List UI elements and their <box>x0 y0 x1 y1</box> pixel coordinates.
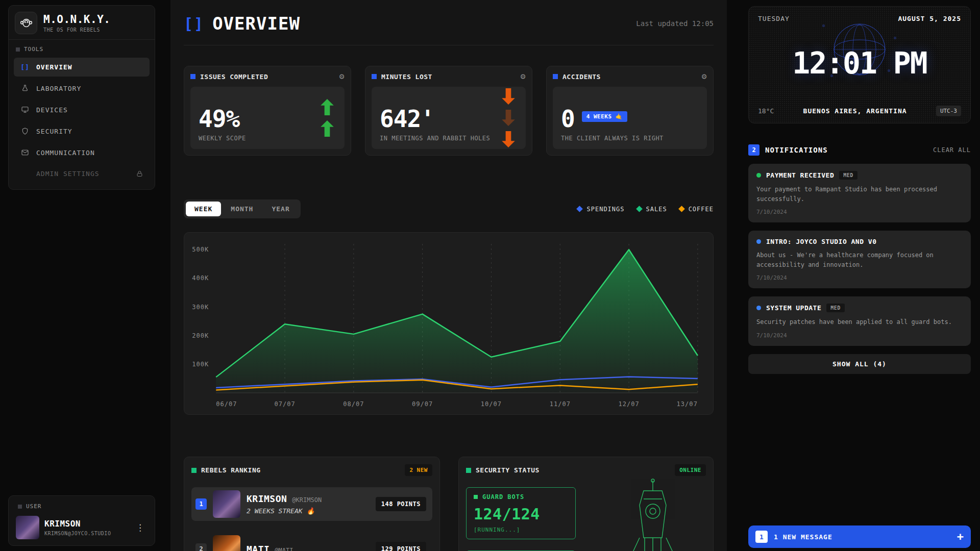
svg-text:12/07: 12/07 <box>618 400 639 408</box>
user-name: KRIMSON <box>44 519 111 529</box>
security-status-card: SECURITY STATUS ONLINE GUARD BOTS 124/12… <box>458 457 714 551</box>
clear-all-button[interactable]: CLEAR ALL <box>933 146 971 154</box>
sidebar: M.O.N.K.Y. THE OS FOR REBELS TOOLS [] OV… <box>0 0 163 551</box>
legend-sales[interactable]: SALES <box>637 206 667 213</box>
robot-illustration <box>622 479 683 551</box>
square-bullet-icon <box>190 74 195 79</box>
ranking-user-info: MATI @MATI <box>247 544 293 551</box>
rank-number: 1 <box>195 498 207 510</box>
notification-date: 7/10/2024 <box>756 332 963 339</box>
sidebar-nav: [] OVERVIEW LABORATORY DEVICES <box>9 56 155 189</box>
message-count-badge: 1 <box>755 531 768 543</box>
rank-user-name: KRIMSON <box>247 493 287 504</box>
plus-icon[interactable]: + <box>957 531 964 542</box>
rank-user-handle: @KRIMSON <box>292 496 322 504</box>
stat-body: 642' IN MEETINGS AND RABBIT HOLES <box>372 87 526 149</box>
new-count-badge: 2 NEW <box>405 464 432 476</box>
stat-card-accidents: ACCIDENTS ⚙ 0 4 WEEKS 🤙 THE CLIENT ALWAY… <box>546 66 714 156</box>
stat-subtitle: THE CLIENT ALWAYS IS RIGHT <box>561 135 699 142</box>
rank-number: 2 <box>195 543 207 551</box>
notifications-title: NOTIFICATIONS <box>765 146 828 154</box>
avatar <box>213 490 240 518</box>
tab-year[interactable]: YEAR <box>263 202 298 216</box>
sidebar-item-label: SECURITY <box>36 128 72 135</box>
sidebar-item-laboratory[interactable]: LABORATORY <box>14 79 150 98</box>
shield-icon <box>20 127 30 135</box>
main-panel: [] OVERVIEW Last updated 12:05 ISSUES CO… <box>170 0 727 551</box>
notification-title: SYSTEM UPDATE <box>766 304 821 312</box>
app-title: M.O.N.K.Y. <box>43 13 110 26</box>
chart-toolbar: WEEK MONTH YEAR SPENDINGS SALES COFFEE <box>184 199 714 218</box>
online-badge: ONLINE <box>675 464 706 476</box>
square-bullet-icon <box>191 468 197 473</box>
notification-body: Your payment to Rampant Studio has been … <box>756 185 963 204</box>
legend-coffee[interactable]: COFFEE <box>679 206 714 213</box>
sidebar-item-communication[interactable]: COMMUNICATION <box>14 143 150 162</box>
ranking-user-info: KRIMSON @KRIMSON 2 WEEKS STREAK 🔥 <box>247 493 322 515</box>
diamond-icon <box>577 206 583 212</box>
clock-card: TUESDAY AUGUST 5, 2025 12:01 PM 18°C BUE… <box>748 6 971 123</box>
app-subtitle: THE OS FOR REBELS <box>43 27 110 33</box>
lock-icon <box>136 170 143 178</box>
sidebar-item-devices[interactable]: DEVICES <box>14 100 150 119</box>
stat-value-row: 0 4 WEEKS 🤙 <box>561 107 699 131</box>
stat-subtitle: IN MEETINGS AND RABBIT HOLES <box>380 135 518 142</box>
page-title: OVERVIEW <box>212 13 300 34</box>
brackets-icon: [] <box>184 15 204 33</box>
ranking-title: REBELS RANKING <box>201 466 261 474</box>
diamond-icon <box>636 206 643 212</box>
notification-payment[interactable]: PAYMENT RECEIVED MED Your payment to Ram… <box>748 164 971 222</box>
section-square-icon <box>18 505 22 509</box>
points-badge: 129 POINTS <box>376 542 426 551</box>
bottom-row: REBELS RANKING 2 NEW 1 KRIMSON @KRIMSON … <box>184 457 714 551</box>
rank-streak: 2 WEEKS STREAK 🔥 <box>247 507 322 515</box>
app: M.O.N.K.Y. THE OS FOR REBELS TOOLS [] OV… <box>0 0 980 551</box>
ranking-row-1[interactable]: 1 KRIMSON @KRIMSON 2 WEEKS STREAK 🔥 148 … <box>191 487 432 521</box>
gear-icon[interactable]: ⚙ <box>339 72 345 81</box>
tab-month[interactable]: MONTH <box>222 202 262 216</box>
square-bullet-icon <box>553 74 558 79</box>
square-bullet-icon <box>372 74 377 79</box>
notification-body: About us - We're a healthcare company fo… <box>756 251 963 269</box>
notification-system-update[interactable]: SYSTEM UPDATE MED Security patches have … <box>748 296 971 346</box>
chart-range-tabs: WEEK MONTH YEAR <box>184 199 301 218</box>
svg-text:09/07: 09/07 <box>412 400 433 408</box>
utc-offset-badge: UTC-3 <box>936 106 961 116</box>
rank-user-name: MATI <box>247 544 270 551</box>
svg-text:400K: 400K <box>192 274 209 282</box>
user-menu-kebab-icon[interactable]: ⋮ <box>133 521 148 534</box>
priority-badge: MED <box>839 171 857 180</box>
right-panel: TUESDAY AUGUST 5, 2025 12:01 PM 18°C BUE… <box>727 0 980 551</box>
stat-card-minutes: MINUTES LOST ⚙ 642' IN MEETINGS AND RABB… <box>365 66 532 156</box>
mail-icon <box>20 148 30 157</box>
stat-title: MINUTES LOST <box>381 73 432 81</box>
notification-title: INTRO: JOYCO STUDIO AND V0 <box>766 238 877 245</box>
weeks-streak-badge: 4 WEEKS 🤙 <box>582 111 627 122</box>
user-email: KRIMSON@JOYCO.STUDIO <box>44 531 111 536</box>
ranking-row-2[interactable]: 2 MATI @MATI 129 POINTS <box>191 532 432 551</box>
stat-title: ISSUES COMPLETED <box>200 73 268 81</box>
user-row: KRIMSON KRIMSON@JOYCO.STUDIO ⋮ <box>11 513 153 539</box>
show-all-button[interactable]: SHOW ALL (4) <box>748 354 971 374</box>
priority-badge: MED <box>826 304 845 312</box>
guard-bots-status: [RUNNING...] <box>474 527 568 533</box>
new-message-bar[interactable]: 1 1 NEW MESSAGE + <box>748 525 971 548</box>
sidebar-item-admin-settings[interactable]: ADMIN SETTINGS <box>14 164 150 183</box>
sidebar-item-security[interactable]: SECURITY <box>14 121 150 141</box>
clock-time: 12:01 PM <box>792 46 926 81</box>
svg-text:11/07: 11/07 <box>550 400 571 408</box>
line-chart-card: 100K200K300K400K500K06/0707/0708/0709/07… <box>184 232 714 415</box>
legend-spendings[interactable]: SPENDINGS <box>577 206 624 213</box>
stat-value: 49% <box>199 107 336 131</box>
svg-text:500K: 500K <box>192 246 209 253</box>
sidebar-item-overview[interactable]: [] OVERVIEW <box>14 58 150 77</box>
gear-icon[interactable]: ⚙ <box>702 72 707 81</box>
rebels-ranking-card: REBELS RANKING 2 NEW 1 KRIMSON @KRIMSON … <box>184 457 440 551</box>
notification-intro[interactable]: INTRO: JOYCO STUDIO AND V0 About us - We… <box>748 231 971 288</box>
tab-week[interactable]: WEEK <box>186 202 221 216</box>
stat-value: 0 <box>561 107 575 131</box>
tools-section-label: TOOLS <box>9 39 155 56</box>
last-updated: Last updated 12:05 <box>636 19 714 28</box>
gear-icon[interactable]: ⚙ <box>521 72 526 81</box>
trend-up-icons <box>320 87 334 149</box>
